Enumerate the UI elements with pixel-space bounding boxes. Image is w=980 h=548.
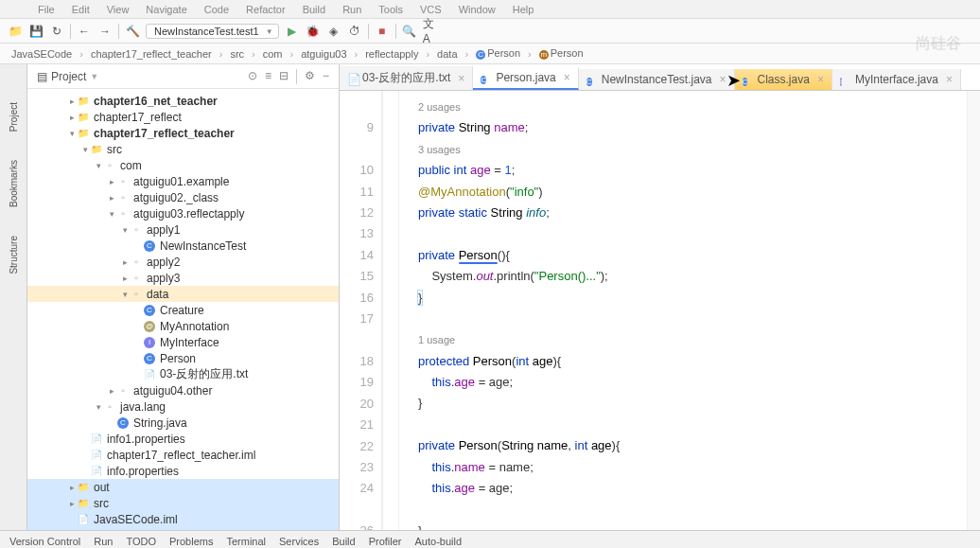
tree-item[interactable]: 📄info1.properties: [27, 431, 339, 447]
breadcrumb: JavaSECode›chapter17_reflect_teacher›src…: [0, 44, 980, 64]
tree-item[interactable]: 📄JavaSECode.iml: [27, 511, 339, 527]
save-icon[interactable]: 💾: [28, 24, 44, 39]
menu-navigate[interactable]: Navigate: [146, 4, 186, 15]
tree-item[interactable]: ▸▫apply2: [27, 254, 339, 270]
status-auto-build[interactable]: Auto-build: [415, 536, 463, 547]
status-version-control[interactable]: Version Control: [9, 536, 80, 547]
hide-icon[interactable]: −: [323, 69, 329, 84]
close-icon[interactable]: ×: [946, 73, 953, 86]
run-icon[interactable]: ▶: [285, 24, 300, 39]
menu-edit[interactable]: Edit: [72, 4, 90, 15]
project-title: Project: [51, 70, 86, 83]
menu-run[interactable]: Run: [342, 4, 361, 15]
status-services[interactable]: Services: [279, 536, 319, 547]
tree-item[interactable]: ▸📁chapter17_reflect: [27, 109, 339, 125]
close-icon[interactable]: ×: [817, 73, 824, 86]
coverage-icon[interactable]: ◈: [326, 24, 341, 39]
menu-code[interactable]: Code: [204, 4, 229, 15]
open-icon[interactable]: 📁: [8, 24, 23, 39]
menu-vcs[interactable]: VCS: [420, 4, 442, 15]
watermark: 尚硅谷: [916, 34, 961, 54]
tree-item[interactable]: ▸▫atguigu01.example: [27, 173, 339, 189]
tree-item[interactable]: ▾▫atguigu03.reflectapply: [27, 205, 339, 221]
code[interactable]: 2 usagesprivate String name;3 usagespubl…: [399, 91, 967, 530]
stop-icon[interactable]: ■: [375, 24, 390, 39]
close-icon[interactable]: ×: [458, 72, 464, 85]
tree-item[interactable]: ▸📁src: [27, 495, 339, 511]
tree-item[interactable]: ▸📁chapter16_net_teacher: [27, 93, 339, 109]
tree-item[interactable]: ▸▫atguigu04.other: [27, 382, 339, 398]
tree-item[interactable]: CString.java: [27, 415, 339, 431]
tree-item[interactable]: ▾▫apply1: [27, 221, 339, 238]
structure-tool-tab[interactable]: Structure: [9, 236, 19, 274]
editor-tab[interactable]: CClass.java×: [735, 69, 832, 90]
tree-item[interactable]: 📄info.properties: [27, 463, 339, 479]
crumb-chapter17_reflect_teacher[interactable]: chapter17_reflect_teacher: [91, 48, 212, 60]
run-config-dropdown[interactable]: NewInstanceTest.test1: [146, 24, 279, 39]
search-icon[interactable]: 🔍: [402, 24, 417, 39]
tree-item[interactable]: 📄03-反射的应用.txt: [27, 366, 339, 382]
locate-icon[interactable]: ⊙: [248, 69, 257, 84]
crumb-com[interactable]: com: [263, 48, 283, 60]
menu-file[interactable]: File: [38, 4, 55, 15]
menu-window[interactable]: Window: [459, 4, 496, 15]
expand-icon[interactable]: ≡: [265, 69, 271, 84]
tree-item[interactable]: CNewInstanceTest: [27, 238, 339, 254]
bookmarks-tool-tab[interactable]: Bookmarks: [9, 160, 19, 207]
status-profiler[interactable]: Profiler: [369, 536, 402, 547]
tree-item[interactable]: IMyInterface: [27, 334, 339, 350]
crumb-src[interactable]: src: [230, 48, 244, 60]
menu-tools[interactable]: Tools: [378, 4, 403, 15]
sync-icon[interactable]: ↻: [49, 24, 64, 39]
status-problems[interactable]: Problems: [169, 536, 213, 547]
status-bar: Version ControlRunTODOProblemsTerminalSe…: [0, 530, 980, 548]
project-tree[interactable]: ▸📁chapter16_net_teacher▸📁chapter17_refle…: [27, 89, 339, 530]
tree-item[interactable]: ▾▫data: [27, 286, 339, 302]
tree-item[interactable]: ▾▫com: [27, 157, 339, 173]
project-tool-tab[interactable]: Project: [9, 102, 19, 132]
tree-item[interactable]: @MyAnnotation: [27, 318, 339, 334]
tree-item[interactable]: ▸📚External Libraries: [27, 527, 339, 530]
status-todo[interactable]: TODO: [126, 536, 156, 547]
menu-refactor[interactable]: Refactor: [246, 4, 286, 15]
tree-item[interactable]: ▸▫apply3: [27, 270, 339, 286]
crumb-atguigu03[interactable]: atguigu03: [301, 48, 346, 60]
editor-tab[interactable]: IMyInterface.java×: [832, 69, 961, 90]
collapse-icon[interactable]: ⊟: [279, 69, 289, 84]
debug-icon[interactable]: 🐞: [306, 24, 321, 39]
close-icon[interactable]: ×: [720, 73, 726, 86]
editor-tab[interactable]: 📄03-反射的应用.txt×: [340, 66, 473, 90]
editor: 📄03-反射的应用.txt×CPerson.java×CNewInstanceT…: [340, 64, 980, 530]
crumb-data[interactable]: data: [437, 48, 457, 60]
close-icon[interactable]: ×: [564, 71, 570, 84]
fwd-icon[interactable]: →: [97, 24, 113, 39]
tree-item[interactable]: ▸▫atguigu02._class: [27, 189, 339, 205]
project-icon: ▤: [37, 70, 47, 83]
editor-tab[interactable]: CPerson.java×: [473, 67, 578, 90]
settings-icon[interactable]: ⚙: [305, 69, 315, 84]
translate-icon[interactable]: 文A: [423, 24, 438, 39]
back-icon[interactable]: ←: [77, 24, 92, 39]
tree-item[interactable]: CPerson: [27, 350, 339, 366]
build-icon[interactable]: 🔨: [125, 24, 140, 39]
crumb-class[interactable]: CPerson: [476, 47, 520, 60]
tree-item[interactable]: ▸📁out: [27, 479, 339, 495]
editor-tab[interactable]: CNewInstanceTest.java×: [579, 69, 735, 90]
status-terminal[interactable]: Terminal: [226, 536, 266, 547]
menu-build[interactable]: Build: [303, 4, 325, 15]
menu-view[interactable]: View: [107, 4, 130, 15]
profile-icon[interactable]: ⏱: [347, 24, 362, 39]
scroll-preview[interactable]: [967, 91, 980, 530]
tree-item[interactable]: ▾📁src: [27, 141, 339, 157]
status-run[interactable]: Run: [94, 536, 113, 547]
tree-item[interactable]: ▾📁chapter17_reflect_teacher: [27, 125, 339, 141]
crumb-JavaSECode[interactable]: JavaSECode: [11, 48, 72, 60]
tree-item[interactable]: 📄chapter17_reflect_teacher.iml: [27, 447, 339, 463]
status-build[interactable]: Build: [332, 536, 355, 547]
tree-item[interactable]: CCreature: [27, 302, 339, 318]
crumb-method[interactable]: mPerson: [539, 47, 584, 60]
menu-help[interactable]: Help: [513, 4, 534, 15]
crumb-reflectapply[interactable]: reflectapply: [365, 48, 418, 60]
line-gutter: 9 1011121314151617 18192021222324 2627: [340, 91, 382, 530]
tree-item[interactable]: ▾▫java.lang: [27, 398, 339, 415]
